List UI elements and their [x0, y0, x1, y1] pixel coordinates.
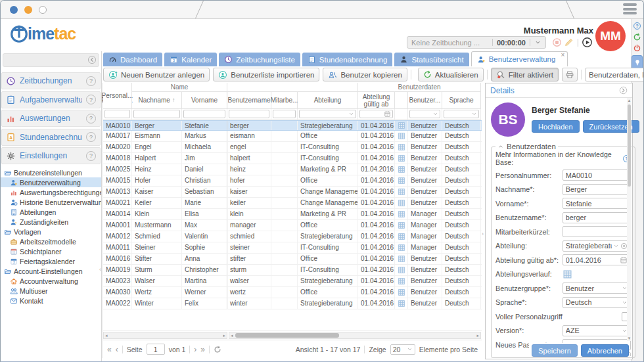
- close-icon[interactable]: ×: [561, 52, 564, 58]
- abteilungsverlauf-button[interactable]: [395, 198, 408, 208]
- sidebar-item-zuständigkeiten[interactable]: Zuständigkeiten: [1, 217, 101, 227]
- abteilungsverlauf-button[interactable]: [395, 231, 408, 242]
- column-header-kuerzel[interactable]: Mitarbe...: [271, 92, 298, 109]
- table-row[interactable]: MA0014KleinElisakleinMarketing & PR01.04…: [103, 209, 482, 220]
- column-header-sprache[interactable]: Sprache: [442, 92, 481, 109]
- field-input[interactable]: berger: [563, 212, 631, 223]
- table-row[interactable]: MA0011SteinerSophiesteinerIT-Consulting0…: [103, 242, 482, 254]
- filter-select-gruppe[interactable]: [409, 110, 440, 118]
- column-set-dropdown[interactable]: Benutzerdaten, Pausenregelung, Ru: [585, 68, 644, 81]
- table-row[interactable]: MA0016StifterAnnastifterOffice01.04.2016…: [103, 254, 482, 265]
- column-header-nachname[interactable]: Nachname↑: [132, 92, 182, 109]
- table-row[interactable]: MA0020EngelMichaelaengelIT-Consulting01.…: [103, 142, 482, 153]
- table-row[interactable]: MA0017EismannMarkuseismannOffice01.04.20…: [103, 131, 482, 142]
- help-icon[interactable]: ?: [86, 132, 96, 142]
- sidebar-item-abteilungen[interactable]: Abteilungen: [1, 207, 101, 217]
- power-icon[interactable]: [633, 44, 641, 53]
- table-row[interactable]: MA0012SchmiedValentinschmiedStrategieber…: [103, 231, 482, 242]
- table-row[interactable]: MA0019SturmChristophersturmIT-Consulting…: [103, 265, 482, 276]
- abteilungsverlauf-button[interactable]: [395, 175, 408, 186]
- details-scrollbar[interactable]: ▲ ▼: [627, 98, 632, 341]
- column-header-vorname[interactable]: Vorname: [182, 92, 227, 109]
- filter-select-sprache[interactable]: [444, 110, 479, 118]
- refresh-icon[interactable]: [214, 346, 221, 353]
- tab-stundenabrechnung[interactable]: Stundenabrechnung: [302, 53, 393, 66]
- table-row[interactable]: MA0022WinterFelixwinterStrategieberatung…: [103, 298, 482, 309]
- upload-button[interactable]: Hochladen: [532, 120, 580, 133]
- column-header-gruppe[interactable]: Benutzer...: [408, 92, 442, 109]
- chevron-down-icon[interactable]: [534, 39, 541, 46]
- tab-statusübersicht[interactable]: Statusübersicht: [394, 53, 469, 66]
- sidebar-item-arbeitszeitmodelle[interactable]: Arbeitszeitmodelle: [1, 237, 101, 246]
- column-header-benutzername[interactable]: Benutzername: [227, 92, 271, 109]
- copy-user-button[interactable]: Benutzer kopieren: [323, 68, 407, 81]
- horizontal-scrollbar[interactable]: ◂▸ ◂▸: [103, 330, 482, 340]
- filter-input-vorname[interactable]: [183, 110, 225, 118]
- abteilungsverlauf-button[interactable]: [395, 287, 408, 298]
- abteilungsverlauf-button[interactable]: [395, 298, 408, 309]
- collapse-left-icon[interactable]: [87, 55, 97, 64]
- next-page-button[interactable]: ›: [194, 346, 196, 353]
- filter-input-benutzername[interactable]: [229, 110, 269, 118]
- abteilungsverlauf-button[interactable]: [395, 276, 408, 286]
- sidebar-section-einstellungen[interactable]: Einstellungen?: [1, 147, 101, 164]
- print-button[interactable]: [562, 68, 578, 81]
- abteilungsverlauf-button[interactable]: [395, 242, 408, 253]
- tab-dashboard[interactable]: Dashboard: [103, 53, 162, 66]
- sidebar-item-benutzereinstellungen[interactable]: Benutzereinstellungen: [1, 168, 101, 177]
- sidebar-collapse-bar[interactable]: [3, 53, 99, 67]
- column-header-abteilung[interactable]: Abteilung: [298, 92, 358, 109]
- filter-input-nachname[interactable]: [133, 110, 180, 118]
- sidebar-item-schichtplaner[interactable]: Schichtplaner: [1, 246, 101, 256]
- sidebar-item-accountverwaltung[interactable]: Accountverwaltung: [1, 276, 101, 286]
- column-header-gueltig[interactable]: Abteilung gültig ab: [358, 92, 395, 109]
- sidebar-section-zeitbuchungen[interactable]: Zeitbuchungen?: [1, 72, 101, 89]
- menu-icon[interactable]: [623, 3, 637, 16]
- abteilungsverlauf-button[interactable]: [395, 220, 408, 231]
- sidebar-section-stundenabrechnung[interactable]: AStundenabrechnung?: [1, 129, 101, 146]
- field-input[interactable]: Stefanie: [563, 198, 631, 209]
- tab-kalender[interactable]: 3Kalender: [164, 53, 217, 66]
- cancel-button[interactable]: Abbrechen: [581, 344, 629, 357]
- field-combo[interactable]: Strategieberatung: [563, 240, 631, 252]
- field-date[interactable]: 01.04.2016: [563, 254, 631, 265]
- help-icon[interactable]: ?: [86, 95, 96, 104]
- start-timer-button[interactable]: [582, 37, 593, 48]
- help-icon[interactable]: ?: [86, 76, 96, 86]
- table-row[interactable]: MA0010BergerStefaniebergerStrategieberat…: [103, 120, 482, 131]
- user-avatar[interactable]: MM: [595, 21, 626, 51]
- first-page-button[interactable]: «: [107, 346, 112, 353]
- table-row[interactable]: MA0018HalpertJimhalpertIT-Consulting01.0…: [103, 153, 482, 164]
- page-input[interactable]: [147, 344, 165, 355]
- refresh-button[interactable]: Aktualisieren: [418, 68, 484, 81]
- window-control-icon[interactable]: [10, 6, 18, 14]
- splitter-collapse-handle[interactable]: ›: [482, 231, 484, 237]
- help-icon[interactable]: ?: [86, 151, 96, 161]
- filter-input-id[interactable]: [104, 110, 130, 118]
- sidebar-item-vorlagen[interactable]: Vorlagen: [1, 227, 101, 237]
- table-row[interactable]: MA0013KaiserSebastiankaiserChange Manage…: [103, 187, 482, 198]
- sidebar-item-account-einstellungen[interactable]: Account-Einstellungen: [1, 266, 101, 276]
- table-row[interactable]: MA0023WalserMartinawalserStrategieberatu…: [103, 276, 482, 287]
- tab-benutzerverwaltung[interactable]: Benutzerverwaltung×: [471, 51, 568, 66]
- field-input[interactable]: MA0010: [563, 170, 631, 181]
- field-select[interactable]: Benutzer: [563, 283, 631, 294]
- collapse-right-icon[interactable]: [619, 86, 628, 95]
- table-row[interactable]: MA0001MustermannMaxmanagerOffice01.04.20…: [103, 220, 482, 231]
- sidebar-item-multiuser[interactable]: Multiuser: [1, 286, 101, 296]
- tab-zeitbuchungsliste[interactable]: Zeitbuchungsliste: [219, 53, 300, 66]
- table-row[interactable]: MA0030WertzWernerwertzOffice01.04.2016Be…: [103, 287, 482, 298]
- window-control-icon[interactable]: [39, 6, 47, 14]
- window-control-icon[interactable]: [24, 6, 32, 14]
- timer-widget[interactable]: Keine Zeitbuchung ... 00:00:00: [407, 36, 546, 49]
- filter-date-gueltig[interactable]: [359, 110, 393, 118]
- filter-active-button[interactable]: Filter aktiviert: [491, 68, 559, 81]
- sidebar-item-feiertagskalender[interactable]: 3Feiertagskalender: [1, 256, 101, 266]
- field-select[interactable]: Deutsch: [563, 297, 631, 308]
- abteilungsverlauf-button[interactable]: [395, 164, 408, 175]
- scrollbar-thumb[interactable]: [235, 333, 339, 338]
- abteilungsverlauf-button[interactable]: [395, 131, 408, 141]
- sidebar-item-auswertungsberechtigungen[interactable]: Auswertungsberechtigungen: [1, 187, 101, 197]
- table-row[interactable]: MA0015HoferChristianhoferOffice01.04.201…: [103, 175, 482, 187]
- help-icon[interactable]: ?: [86, 114, 96, 124]
